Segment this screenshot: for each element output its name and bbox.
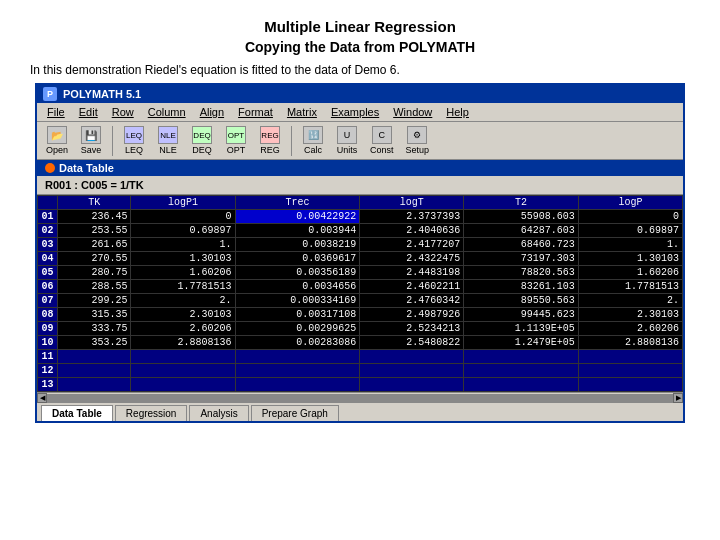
cell-logT: 2.4040636 bbox=[360, 224, 464, 238]
tab-data-table[interactable]: Data Table bbox=[41, 405, 113, 421]
cell-TK: 315.35 bbox=[58, 308, 131, 322]
cell-T2: 1.2479E+05 bbox=[464, 336, 578, 350]
menu-help[interactable]: Help bbox=[440, 105, 475, 119]
btn-calc[interactable]: 🔢 Calc bbox=[297, 124, 329, 157]
btn-save[interactable]: 💾 Save bbox=[75, 124, 107, 157]
btn-opt[interactable]: OPT OPT bbox=[220, 124, 252, 157]
tab-regression[interactable]: Regression bbox=[115, 405, 188, 421]
cell-logP1: 1. bbox=[131, 238, 235, 252]
dt-header-label: Data Table bbox=[59, 162, 114, 174]
menu-matrix[interactable]: Matrix bbox=[281, 105, 323, 119]
btn-open-label: Open bbox=[46, 145, 68, 155]
cell-logP1: 2.60206 bbox=[131, 322, 235, 336]
table-row: 07299.252.0.0003341692.476034289550.5632… bbox=[38, 294, 683, 308]
scroll-right-btn[interactable]: ▶ bbox=[673, 393, 683, 403]
cell-logT bbox=[360, 350, 464, 364]
cell-logP1: 1.30103 bbox=[131, 252, 235, 266]
cell-row-num: 10 bbox=[38, 336, 58, 350]
const-icon: C bbox=[372, 126, 392, 144]
polymath-window: P POLYMATH 5.1 File Edit Row Column Alig… bbox=[35, 83, 685, 423]
menu-column[interactable]: Column bbox=[142, 105, 192, 119]
description: In this demonstration Riedel's equation … bbox=[30, 63, 690, 77]
data-table-header: Data Table bbox=[37, 160, 683, 176]
app-icon: P bbox=[43, 87, 57, 101]
cell-row-num: 13 bbox=[38, 378, 58, 392]
tab-analysis[interactable]: Analysis bbox=[189, 405, 248, 421]
btn-const[interactable]: C Const bbox=[365, 124, 399, 157]
cell-Trec bbox=[235, 350, 360, 364]
cell-Trec: 0.003944 bbox=[235, 224, 360, 238]
cell-row-num: 04 bbox=[38, 252, 58, 266]
cell-T2: 78820.563 bbox=[464, 266, 578, 280]
table-row: 13 bbox=[38, 378, 683, 392]
table-row: 08315.352.301030.003171082.498792699445.… bbox=[38, 308, 683, 322]
cell-logP1: 1.7781513 bbox=[131, 280, 235, 294]
units-icon: U bbox=[337, 126, 357, 144]
cell-T2: 99445.623 bbox=[464, 308, 578, 322]
cell-Trec: 0.00422922 bbox=[235, 210, 360, 224]
cell-Trec: 0.000334169 bbox=[235, 294, 360, 308]
sub-title: Copying the Data from POLYMATH bbox=[245, 39, 475, 55]
btn-units[interactable]: U Units bbox=[331, 124, 363, 157]
cell-T2: 68460.723 bbox=[464, 238, 578, 252]
opt-icon: OPT bbox=[226, 126, 246, 144]
menu-format[interactable]: Format bbox=[232, 105, 279, 119]
table-row: 06288.551.77815130.00346562.460221183261… bbox=[38, 280, 683, 294]
menu-bar: File Edit Row Column Align Format Matrix… bbox=[37, 103, 683, 122]
table-row: 02253.550.698970.0039442.404063664287.60… bbox=[38, 224, 683, 238]
cell-row-num: 11 bbox=[38, 350, 58, 364]
col-header-logP: logP bbox=[578, 196, 682, 210]
cell-T2 bbox=[464, 350, 578, 364]
calc-icon: 🔢 bbox=[303, 126, 323, 144]
cell-logP: 0.69897 bbox=[578, 224, 682, 238]
toolbar: 📂 Open 💾 Save LEQ LEQ NLE NLE DEQ DEQ OP… bbox=[37, 122, 683, 160]
cell-logT: 2.4177207 bbox=[360, 238, 464, 252]
menu-window[interactable]: Window bbox=[387, 105, 438, 119]
cell-Trec: 0.0369617 bbox=[235, 252, 360, 266]
menu-examples[interactable]: Examples bbox=[325, 105, 385, 119]
cell-logP: 2.8808136 bbox=[578, 336, 682, 350]
tab-prepare-graph[interactable]: Prepare Graph bbox=[251, 405, 339, 421]
cell-logP: 0 bbox=[578, 210, 682, 224]
cell-logP bbox=[578, 350, 682, 364]
cell-T2: 89550.563 bbox=[464, 294, 578, 308]
btn-nle[interactable]: NLE NLE bbox=[152, 124, 184, 157]
cell-Trec: 0.00356189 bbox=[235, 266, 360, 280]
menu-align[interactable]: Align bbox=[194, 105, 230, 119]
menu-file[interactable]: File bbox=[41, 105, 71, 119]
table-row: 12 bbox=[38, 364, 683, 378]
scroll-left-btn[interactable]: ◀ bbox=[37, 393, 47, 403]
setup-icon: ⚙ bbox=[407, 126, 427, 144]
menu-edit[interactable]: Edit bbox=[73, 105, 104, 119]
cell-row-num: 05 bbox=[38, 266, 58, 280]
btn-units-label: Units bbox=[337, 145, 358, 155]
toolbar-sep-1 bbox=[112, 126, 113, 156]
table-row: 09333.752.602060.002996252.52342131.1139… bbox=[38, 322, 683, 336]
scroll-track[interactable] bbox=[47, 394, 673, 402]
col-header-Trec: Trec bbox=[235, 196, 360, 210]
cell-logP1 bbox=[131, 350, 235, 364]
dt-header-icon bbox=[45, 163, 55, 173]
open-icon: 📂 bbox=[47, 126, 67, 144]
btn-deq[interactable]: DEQ DEQ bbox=[186, 124, 218, 157]
btn-leq[interactable]: LEQ LEQ bbox=[118, 124, 150, 157]
cell-TK: 333.75 bbox=[58, 322, 131, 336]
reg-icon: REG bbox=[260, 126, 280, 144]
cell-logT: 2.4322475 bbox=[360, 252, 464, 266]
btn-setup[interactable]: ⚙ Setup bbox=[401, 124, 435, 157]
menu-row[interactable]: Row bbox=[106, 105, 140, 119]
col-header-logP1: logP1 bbox=[131, 196, 235, 210]
cell-TK bbox=[58, 364, 131, 378]
cell-T2: 73197.303 bbox=[464, 252, 578, 266]
table-row: 05280.751.602060.003561892.448319878820.… bbox=[38, 266, 683, 280]
btn-reg[interactable]: REG REG bbox=[254, 124, 286, 157]
scrollbar-horizontal[interactable]: ◀ ▶ bbox=[37, 392, 683, 402]
cell-TK: 288.55 bbox=[58, 280, 131, 294]
cell-T2: 55908.603 bbox=[464, 210, 578, 224]
btn-open[interactable]: 📂 Open bbox=[41, 124, 73, 157]
cell-logP1: 0 bbox=[131, 210, 235, 224]
cell-logT: 2.4602211 bbox=[360, 280, 464, 294]
cell-logT: 2.4987926 bbox=[360, 308, 464, 322]
window-title: POLYMATH 5.1 bbox=[63, 88, 141, 100]
cell-row-num: 07 bbox=[38, 294, 58, 308]
